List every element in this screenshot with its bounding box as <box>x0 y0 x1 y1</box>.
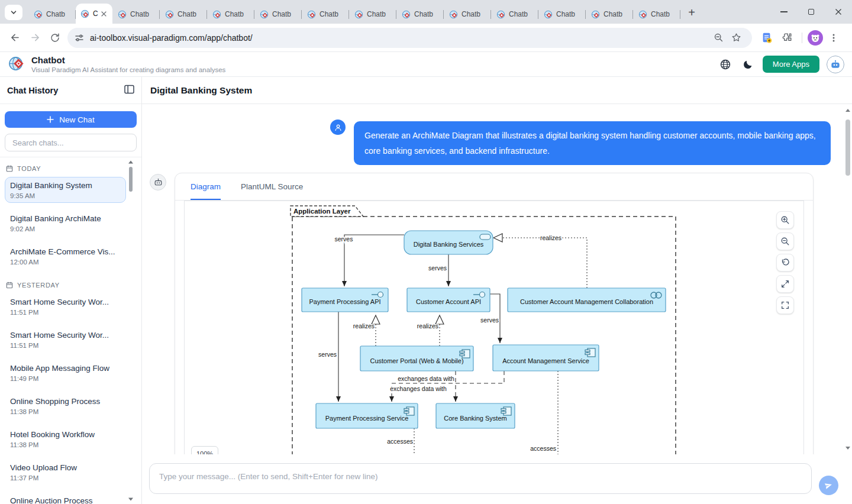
refresh-icon <box>50 33 60 43</box>
back-button[interactable] <box>5 28 25 48</box>
chat-history-item[interactable]: ArchiMate E-Commerce Vis...12:00 AM <box>5 243 126 269</box>
visual-paradigm-logo <box>8 55 26 73</box>
page-zoom-button[interactable] <box>709 29 727 47</box>
scrollbar-thumb[interactable] <box>129 167 133 192</box>
browser-tab[interactable]: Chatb <box>538 5 586 24</box>
reload-button[interactable] <box>45 28 65 48</box>
tab-title: Chatb <box>651 10 670 18</box>
tab-title: Chatb <box>178 10 196 18</box>
tab-plantuml-source[interactable]: PlantUML Source <box>241 173 303 200</box>
extensions-button[interactable] <box>777 28 797 48</box>
edge-label-realizes: realizes <box>540 234 561 241</box>
browser-tab[interactable]: Chatb <box>112 5 160 24</box>
window-maximize-button[interactable] <box>798 0 825 24</box>
hollow-arrowhead <box>493 234 502 242</box>
diagram-canvas[interactable]: Application LayerDigital Banking Service… <box>184 201 804 454</box>
conversation-title: Digital Banking System <box>150 85 252 96</box>
expand-button[interactable] <box>776 275 794 293</box>
chat-item-time: 9:35 AM <box>10 192 121 199</box>
arrowhead <box>446 281 451 286</box>
window-close-button[interactable] <box>825 0 852 24</box>
forward-button[interactable] <box>25 28 45 48</box>
browser-tab-active[interactable]: C <box>76 4 112 24</box>
browser-tab[interactable]: Chatb <box>586 5 633 24</box>
tab-title: Chatb <box>414 10 433 18</box>
language-button[interactable] <box>718 57 733 72</box>
new-chat-button[interactable]: New Chat <box>5 111 137 128</box>
message-composer <box>142 454 852 504</box>
calendar-icon <box>6 165 13 172</box>
chat-item-title: Mobile App Messaging Flow <box>10 364 121 373</box>
fullscreen-button[interactable] <box>776 296 794 314</box>
chat-history-item[interactable]: Digital Banking System9:35 AM <box>5 177 126 203</box>
reading-list-button[interactable] <box>757 28 777 48</box>
arrowhead <box>336 396 341 402</box>
search-chats-input[interactable] <box>5 134 137 151</box>
browser-tab[interactable]: Chatb <box>254 5 302 24</box>
send-button[interactable] <box>819 476 838 495</box>
visual-paradigm-favicon <box>544 10 553 19</box>
browser-tab[interactable]: Chatb <box>349 5 396 24</box>
theme-toggle-button[interactable] <box>740 57 756 72</box>
browser-tab[interactable]: Chatb <box>207 5 254 24</box>
chat-history-item[interactable]: Mobile App Messaging Flow11:49 PM <box>5 360 126 386</box>
star-icon <box>731 33 741 43</box>
chat-history-item[interactable]: Smart Home Security Wor...11:51 PM <box>5 293 126 319</box>
app-header: Chatbot Visual Paradigm AI Assistant for… <box>0 52 852 77</box>
paper-plane-icon <box>823 480 834 490</box>
chat-history-item[interactable]: Hotel Booking Workflow11:38 PM <box>5 426 126 452</box>
reset-view-button[interactable] <box>776 254 794 272</box>
browser-tab[interactable]: Chatb <box>302 5 349 24</box>
profile-avatar[interactable] <box>807 30 824 46</box>
arrowhead <box>498 338 502 343</box>
diagram-controls <box>776 211 794 314</box>
site-info-icon[interactable] <box>75 33 84 43</box>
chat-item-time: 11:49 PM <box>10 375 121 382</box>
tab-close-icon[interactable] <box>101 11 107 17</box>
chat-history-item[interactable]: Video Upload Flow11:37 PM <box>5 459 126 485</box>
chat-history-item[interactable]: Digital Banking ArchiMate9:02 AM <box>5 210 126 236</box>
browser-tab[interactable]: Chatb <box>444 5 491 24</box>
chat-history-item[interactable]: Smart Home Security Wor...11:51 PM <box>5 327 126 353</box>
url-text[interactable]: ai-toolbox.visual-paradigm.com/app/chatb… <box>90 33 709 43</box>
bookmark-button[interactable] <box>727 29 745 47</box>
chat-item-title: Smart Home Security Wor... <box>10 298 121 307</box>
zoom-in-button[interactable] <box>776 211 794 229</box>
puzzle-icon <box>782 32 793 43</box>
scroll-down-icon[interactable] <box>845 445 851 451</box>
scroll-up-icon[interactable] <box>128 160 134 164</box>
scroll-up-icon[interactable] <box>845 108 851 113</box>
visual-paradigm-favicon <box>591 10 600 19</box>
relationship-serves <box>344 235 404 286</box>
browser-tab[interactable]: Chatb <box>28 5 76 24</box>
zoom-out-button[interactable] <box>776 232 794 250</box>
browser-menu-button[interactable] <box>824 28 844 48</box>
browser-tab[interactable]: Chatb <box>160 5 207 24</box>
new-tab-button[interactable]: + <box>683 4 701 21</box>
browser-tab[interactable]: Chatb <box>491 5 538 24</box>
more-apps-button[interactable]: More Apps <box>763 56 819 73</box>
browser-tab[interactable]: Chatb <box>396 5 444 24</box>
chat-history-item[interactable]: Online Auction Process <box>5 492 126 504</box>
sidebar-scrollbar[interactable] <box>127 159 134 503</box>
browser-tab[interactable]: Chatb <box>633 5 680 24</box>
chat-history-item[interactable]: Online Shopping Process11:38 PM <box>5 393 126 419</box>
chat-item-title: Hotel Booking Workflow <box>10 430 121 440</box>
sidebar-collapse-button[interactable] <box>124 85 134 96</box>
address-bar[interactable]: ai-toolbox.visual-paradigm.com/app/chatb… <box>67 28 752 48</box>
window-minimize-button[interactable] <box>770 0 798 24</box>
scroll-down-icon[interactable] <box>128 497 134 502</box>
node-label-camc: Customer Account Management Collaboratio… <box>520 298 653 305</box>
chat-scrollbar[interactable] <box>844 106 852 452</box>
chat-item-time: 11:51 PM <box>10 342 121 349</box>
tab-search-button[interactable] <box>5 5 22 20</box>
visual-paradigm-favicon <box>260 10 269 19</box>
zoom-out-icon <box>780 237 790 246</box>
scrollbar-thumb[interactable] <box>845 119 850 176</box>
assistant-button[interactable] <box>827 56 844 73</box>
chat-item-title: ArchiMate E-Commerce Vis... <box>10 247 121 257</box>
app-title: Chatbot <box>31 56 225 64</box>
visual-paradigm-favicon <box>212 10 221 19</box>
message-input[interactable] <box>149 463 812 494</box>
tab-diagram[interactable]: Diagram <box>191 173 221 200</box>
